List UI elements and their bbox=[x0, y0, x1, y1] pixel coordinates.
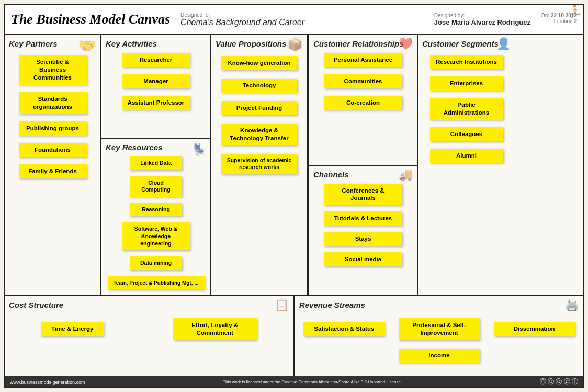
cs-stickies: Research Institutions Enterprises Public… bbox=[422, 51, 511, 164]
value-propositions-icon: 📦 bbox=[287, 37, 303, 52]
sticky-conferences[interactable]: Conferences & Journals bbox=[324, 184, 402, 206]
sticky-publishing[interactable]: Publishing groups bbox=[19, 121, 87, 136]
cost-structure-title: Cost Structure bbox=[9, 300, 289, 309]
key-partners-icon: 🤝 bbox=[78, 37, 96, 54]
sticky-colleagues[interactable]: Colleagues bbox=[430, 127, 503, 141]
customer-segments-section: Customer Segments 👤 Research Institution… bbox=[418, 35, 515, 295]
sticky-public-admin[interactable]: Public Administrations bbox=[430, 98, 503, 120]
sticky-researcher[interactable]: Researcher bbox=[122, 53, 190, 67]
revenue-title: Revenue Streams bbox=[299, 300, 579, 309]
key-activities-title: Key Activities bbox=[106, 39, 206, 48]
key-resources-icon: 💺 bbox=[192, 143, 206, 156]
sticky-tutorials[interactable]: Tutorials & Lectures bbox=[324, 211, 402, 226]
sticky-software[interactable]: Software, Web & Knowledge engineering bbox=[122, 222, 190, 250]
cr-icon: ❤️ bbox=[399, 37, 413, 51]
key-activities-section: Key Activities 🏃 Researcher Manager Assi… bbox=[101, 35, 210, 139]
sticky-alumni[interactable]: Alumni bbox=[430, 149, 503, 163]
sticky-time-energy[interactable]: Time & Energy bbox=[41, 322, 104, 336]
cr-stickies: Personal Assistance Communities Co-creat… bbox=[313, 51, 413, 111]
sticky-dissemination[interactable]: Dissemination bbox=[494, 322, 575, 336]
ka-stickies: Researcher Manager Assistant Professor bbox=[106, 51, 206, 111]
top-row: Key Partners 🤝 Scientific & Business Com… bbox=[5, 35, 583, 295]
sticky-foundations[interactable]: Foundations bbox=[19, 143, 87, 157]
header-right: Designed by: Jose María Álvarez Rodrígue… bbox=[434, 13, 577, 26]
footer-license: This work is licensed under the Creative… bbox=[223, 379, 402, 384]
sticky-technology[interactable]: Technology bbox=[221, 79, 297, 93]
sticky-ktt[interactable]: Knowledge & Technology Transfer bbox=[221, 124, 297, 145]
designed-for-value: Chema's Background and Career bbox=[180, 18, 304, 27]
sticky-professor[interactable]: Assistant Professor bbox=[122, 96, 190, 110]
channels-icon: 🚚 bbox=[399, 168, 413, 182]
value-propositions-section: Value Propositions 📦 Know-how generation… bbox=[211, 35, 308, 295]
sticky-cloud[interactable]: Cloud Computing bbox=[130, 176, 182, 197]
sticky-family[interactable]: Family & Friends bbox=[19, 164, 87, 178]
sticky-enterprises[interactable]: Enterprises bbox=[430, 76, 503, 91]
designed-for: Designed for: Chema's Background and Car… bbox=[180, 12, 304, 27]
vp-stickies: Know-how generation Technology Project F… bbox=[216, 51, 303, 176]
footer-icons: Ⓒ ⓒ ⓒ ⓒ ⓘ bbox=[540, 377, 578, 386]
revenue-icon: 🖨️ bbox=[565, 298, 579, 312]
sticky-manager[interactable]: Manager bbox=[122, 74, 190, 88]
sticky-project-funding[interactable]: Project Funding bbox=[221, 101, 297, 115]
canvas-title: The Business Model Canvas bbox=[11, 12, 170, 27]
sticky-reasoning[interactable]: Reasoning bbox=[130, 203, 182, 217]
sticky-social-media[interactable]: Social media bbox=[324, 252, 402, 266]
key-partners-section: Key Partners 🤝 Scientific & Business Com… bbox=[5, 35, 101, 295]
sticky-research-inst[interactable]: Research Institutions bbox=[430, 55, 503, 69]
sticky-professional[interactable]: Profesional & Self-Improvement bbox=[399, 318, 480, 340]
main-area: Key Partners 🤝 Scientific & Business Com… bbox=[5, 35, 583, 376]
cs-icon: 👤 bbox=[496, 37, 511, 51]
sticky-communities[interactable]: Communities bbox=[324, 74, 402, 88]
sticky-stays[interactable]: Stays bbox=[324, 232, 402, 246]
sticky-supervision[interactable]: Supervision of academic research works bbox=[221, 154, 297, 174]
sticky-standards[interactable]: Standards organizations bbox=[19, 92, 87, 114]
channels-title: Channels bbox=[313, 170, 413, 179]
header: The Business Model Canvas Designed for: … bbox=[5, 5, 583, 35]
designer-name: Jose María Álvarez Rodríguez bbox=[434, 18, 530, 26]
key-resources-title: Key Resources bbox=[106, 143, 206, 152]
designed-for-label: Designed for: bbox=[180, 12, 304, 18]
sticky-data-mining[interactable]: Data mining bbox=[130, 256, 182, 270]
channels-section: Channels 🚚 Conferences & Journals Tutori… bbox=[309, 166, 417, 296]
sticky-linked-data[interactable]: Linked Data bbox=[130, 156, 182, 170]
sticky-satisfaction[interactable]: Satisfaction & Status bbox=[303, 322, 385, 336]
footer-url: www.businessmodelgeneration.com bbox=[10, 379, 85, 385]
cr-title: Customer Relationships bbox=[313, 39, 413, 48]
sticky-personal-assistance[interactable]: Personal Assistance bbox=[324, 53, 402, 67]
iteration: Iteration 2 bbox=[541, 18, 577, 24]
kr-stickies: Linked Data Cloud Computing Reasoning So… bbox=[106, 155, 206, 291]
cost-structure-section: Cost Structure 📋 Time & Energy Effort, L… bbox=[5, 296, 294, 376]
sticky-knowhow[interactable]: Know-how generation bbox=[221, 56, 297, 70]
cr-channels-section: Customer Relationships ❤️ Personal Assis… bbox=[308, 35, 418, 295]
designer-label: Designed by: bbox=[434, 13, 530, 18]
sticky-income[interactable]: Income bbox=[399, 349, 480, 363]
key-partners-stickies: Scientific & Business Communities Standa… bbox=[9, 51, 96, 180]
cost-icon: 📋 bbox=[275, 298, 289, 312]
customer-relationships-section: Customer Relationships ❤️ Personal Assis… bbox=[309, 35, 417, 166]
sticky-co-creation[interactable]: Co-creation bbox=[324, 96, 402, 110]
revenue-streams-section: Revenue Streams 🖨️ Satisfaction & Status… bbox=[294, 296, 583, 376]
sticky-scientific[interactable]: Scientific & Business Communities bbox=[19, 55, 87, 85]
sticky-team[interactable]: Team, Project & Publishing Mgt, ... bbox=[108, 276, 205, 289]
footer: www.businessmodelgeneration.com This wor… bbox=[5, 376, 583, 387]
key-activities-icon: 🏃 bbox=[567, 4, 583, 19]
bottom-section: Cost Structure 📋 Time & Energy Effort, L… bbox=[5, 295, 583, 376]
key-resources-section: Key Resources 💺 Linked Data Cloud Comput… bbox=[101, 139, 210, 295]
key-activities-resources-section: Key Activities 🏃 Researcher Manager Assi… bbox=[101, 35, 211, 295]
cs-cost-stickies: Time & Energy Effort, Loyalty & Commitme… bbox=[9, 312, 289, 342]
ch-stickies: Conferences & Journals Tutorials & Lectu… bbox=[313, 182, 413, 268]
sticky-effort[interactable]: Effort, Loyalty & Commitment bbox=[173, 318, 257, 340]
rev-stickies: Satisfaction & Status Profesional & Self… bbox=[299, 312, 579, 364]
designer-info: Designed by: Jose María Álvarez Rodrígue… bbox=[434, 13, 530, 26]
